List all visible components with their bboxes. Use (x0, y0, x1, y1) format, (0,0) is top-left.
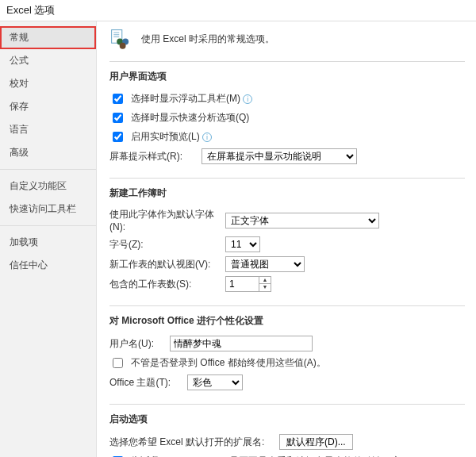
checkbox-quick-analysis[interactable] (113, 113, 123, 123)
checkbox-label: 选择时显示浮动工具栏(M) i (131, 92, 252, 106)
section-ui-options: 用户界面选项 选择时显示浮动工具栏(M) i 选择时显示快速分析选项(Q) 启用… (109, 61, 465, 178)
username-input[interactable] (170, 336, 313, 351)
sidebar-item-addins[interactable]: 加载项 (0, 231, 96, 254)
content-area: 常规 公式 校对 保存 语言 高级 自定义功能区 快速访问工具栏 加载项 信任中… (0, 21, 476, 457)
hero: 使用 Excel 时采用的常规选项。 (109, 28, 465, 50)
info-icon[interactable]: i (243, 94, 252, 104)
font-select[interactable]: 正文字体 (225, 213, 379, 228)
checkbox-label: 不管是否登录到 Office 都始终使用这些值(A)。 (131, 356, 326, 370)
checkbox-label: 启用实时预览(L) i (131, 130, 212, 144)
sidebar-item-general[interactable]: 常规 (0, 26, 96, 49)
sidebar-separator (0, 169, 96, 170)
sidebar-item-qat[interactable]: 快速访问工具栏 (0, 198, 96, 221)
sheets-label: 包含的工作表数(S): (109, 278, 221, 291)
sidebar-item-proofing[interactable]: 校对 (0, 72, 96, 95)
view-label: 新工作表的默认视图(V): (109, 258, 221, 271)
default-programs-button[interactable]: 默认程序(D)... (279, 434, 353, 450)
sidebar-item-advanced[interactable]: 高级 (0, 141, 96, 164)
hero-text: 使用 Excel 时采用的常规选项。 (141, 33, 274, 46)
theme-label: Office 主题(T): (109, 376, 182, 390)
sidebar-separator (0, 225, 96, 226)
sidebar-item-customize-ribbon[interactable]: 自定义功能区 (0, 175, 96, 198)
spinner-up[interactable]: ▲ (259, 277, 271, 284)
info-icon[interactable]: i (202, 132, 212, 142)
username-label: 用户名(U): (109, 337, 165, 351)
screentip-label: 屏幕提示样式(R): (109, 150, 197, 163)
view-select[interactable]: 普通视图 (225, 256, 305, 272)
spinner-down[interactable]: ▼ (259, 284, 271, 291)
extensions-label: 选择您希望 Excel 默认打开的扩展名: (109, 436, 264, 449)
fontsize-select[interactable]: 11 (225, 236, 260, 252)
section-head: 对 Microsoft Office 进行个性化设置 (109, 314, 465, 328)
sidebar-item-language[interactable]: 语言 (0, 118, 96, 141)
checkbox-mini-toolbar[interactable] (113, 94, 123, 104)
section-head: 用户界面选项 (109, 70, 465, 83)
section-startup: 启动选项 选择您希望 Excel 默认打开的扩展名: 默认程序(D)... 告诉… (109, 404, 465, 457)
section-personalize: 对 Microsoft Office 进行个性化设置 用户名(U): 不管是否登… (109, 305, 465, 404)
options-icon (109, 28, 132, 50)
section-head: 启动选项 (109, 413, 465, 426)
checkbox-label: 选择时显示快速分析选项(Q) (131, 111, 249, 125)
font-label: 使用此字体作为默认字体(N): (109, 208, 221, 232)
sheets-spinner: ▲ ▼ (225, 276, 271, 292)
section-head: 新建工作簿时 (109, 186, 465, 200)
sidebar-item-save[interactable]: 保存 (0, 95, 96, 118)
window-title: Excel 选项 (0, 0, 476, 21)
sheets-input[interactable] (225, 276, 259, 292)
sidebar: 常规 公式 校对 保存 语言 高级 自定义功能区 快速访问工具栏 加载项 信任中… (0, 21, 97, 457)
fontsize-label: 字号(Z): (109, 238, 221, 252)
section-new-workbook: 新建工作簿时 使用此字体作为默认字体(N): 正文字体 字号(Z): 11 新工… (109, 178, 465, 305)
svg-point-6 (120, 43, 126, 49)
checkbox-live-preview[interactable] (113, 132, 123, 142)
screentip-select[interactable]: 在屏幕提示中显示功能说明 (202, 148, 357, 164)
theme-select[interactable]: 彩色 (187, 374, 243, 390)
main-panel: 使用 Excel 时采用的常规选项。 用户界面选项 选择时显示浮动工具栏(M) … (97, 21, 476, 457)
sidebar-item-formulas[interactable]: 公式 (0, 49, 96, 72)
checkbox-always-use[interactable] (113, 358, 123, 368)
sidebar-item-trust-center[interactable]: 信任中心 (0, 254, 96, 277)
